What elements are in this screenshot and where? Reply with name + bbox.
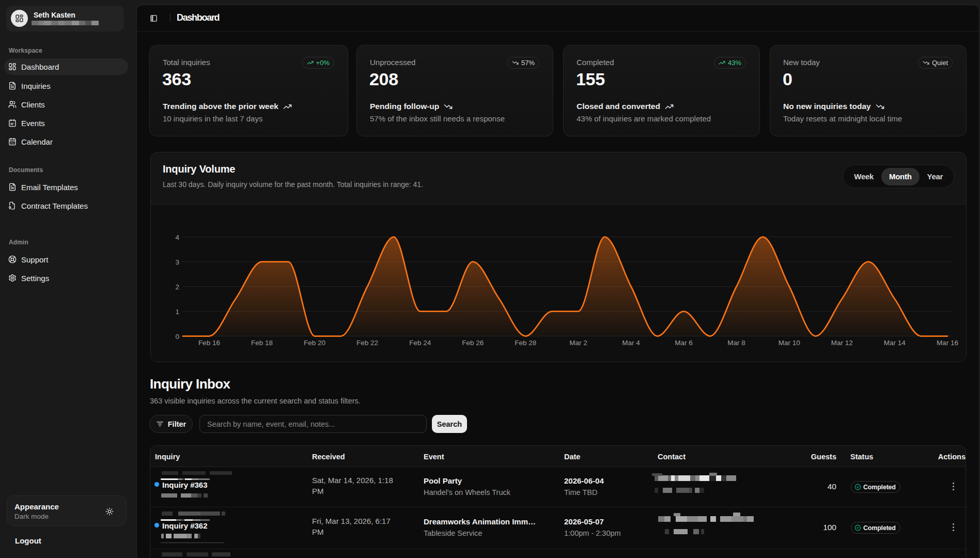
svg-text:Feb 22: Feb 22 (356, 339, 378, 347)
svg-text:1: 1 (175, 308, 179, 316)
svg-text:Mar 14: Mar 14 (884, 339, 906, 347)
svg-text:Mar 2: Mar 2 (569, 339, 587, 347)
svg-text:Mar 4: Mar 4 (622, 339, 640, 347)
svg-text:Mar 12: Mar 12 (831, 339, 853, 347)
svg-text:Feb 24: Feb 24 (409, 339, 431, 347)
svg-text:Feb 16: Feb 16 (198, 339, 220, 347)
svg-text:Feb 26: Feb 26 (462, 339, 484, 347)
svg-text:Mar 16: Mar 16 (937, 339, 958, 347)
svg-text:4: 4 (175, 234, 179, 241)
svg-text:Mar 10: Mar 10 (779, 339, 800, 347)
svg-text:0: 0 (175, 333, 179, 340)
svg-text:3: 3 (175, 258, 179, 266)
svg-text:Mar 8: Mar 8 (727, 339, 745, 347)
svg-text:Feb 20: Feb 20 (304, 339, 325, 347)
svg-text:Mar 6: Mar 6 (675, 339, 693, 347)
svg-text:2: 2 (175, 283, 179, 291)
svg-text:Feb 18: Feb 18 (251, 339, 273, 347)
svg-text:Feb 28: Feb 28 (515, 339, 536, 347)
